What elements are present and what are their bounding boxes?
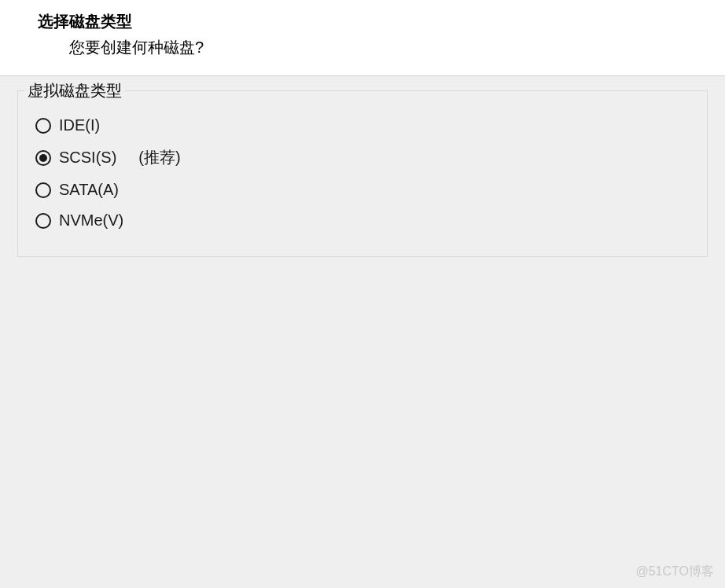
radio-option-nvme[interactable]: NVMe(V) (35, 205, 690, 236)
radio-icon (35, 150, 51, 166)
radio-label: SATA(A) (59, 181, 119, 199)
wizard-header: 选择磁盘类型 您要创建何种磁盘? (0, 0, 725, 76)
fieldset-legend: 虚拟磁盘类型 (24, 80, 125, 101)
radio-label: SCSI(S) (59, 149, 116, 167)
radio-icon (35, 118, 51, 134)
radio-hint: (推荐) (138, 147, 180, 168)
radio-icon (35, 182, 51, 198)
wizard-content: 虚拟磁盘类型 IDE(I) SCSI(S) (推荐) SATA(A) NVMe(… (0, 76, 725, 271)
disk-type-radio-group: IDE(I) SCSI(S) (推荐) SATA(A) NVMe(V) (35, 110, 690, 236)
disk-type-fieldset: 虚拟磁盘类型 IDE(I) SCSI(S) (推荐) SATA(A) NVMe(… (17, 90, 708, 257)
page-title: 选择磁盘类型 (0, 11, 725, 32)
radio-option-sata[interactable]: SATA(A) (35, 175, 690, 205)
radio-label: IDE(I) (59, 116, 100, 134)
radio-option-ide[interactable]: IDE(I) (35, 110, 690, 141)
radio-option-scsi[interactable]: SCSI(S) (推荐) (35, 141, 690, 175)
radio-label: NVMe(V) (59, 211, 123, 230)
watermark: @51CTO博客 (635, 564, 714, 580)
page-subtitle: 您要创建何种磁盘? (0, 37, 725, 58)
radio-icon (35, 213, 51, 229)
